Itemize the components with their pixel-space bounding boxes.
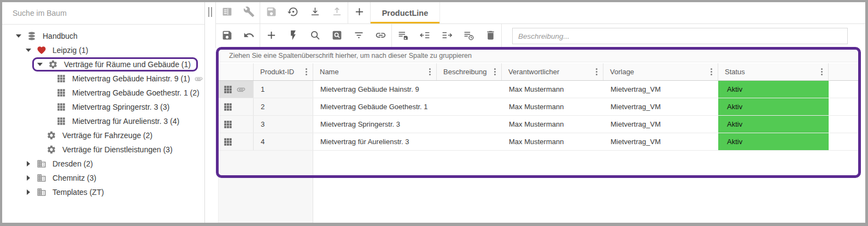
tree-item-vertraege-dienstleistungen[interactable]: Verträge für Dienstleistungen (3) xyxy=(2,142,204,157)
upload-button-disabled[interactable] xyxy=(326,2,348,23)
tab-label: ProductLine xyxy=(382,9,429,17)
layout-history-button[interactable] xyxy=(458,24,479,48)
collapse-arrow-icon[interactable] xyxy=(24,189,33,195)
cell-produkt-id[interactable]: 4 xyxy=(254,133,313,150)
filter-button[interactable] xyxy=(348,24,370,48)
upload-icon xyxy=(331,6,343,20)
cell-beschreibung[interactable] xyxy=(437,116,502,133)
header-vorlage[interactable]: Vorlage xyxy=(603,63,718,80)
cell-status[interactable]: Aktiv xyxy=(718,133,829,150)
tree-search-input[interactable] xyxy=(2,2,204,25)
download-button[interactable] xyxy=(304,2,326,23)
cell-status[interactable]: Aktiv xyxy=(718,116,829,133)
cell-status[interactable]: Aktiv xyxy=(718,98,829,115)
tree-item-mietvertrag-springerstr[interactable]: Mietvertrag Springerstr. 3 (3) xyxy=(2,100,204,114)
description-input[interactable] xyxy=(512,28,848,44)
column-menu-icon[interactable] xyxy=(593,68,600,75)
tree-item-mietvertrag-goethestr[interactable]: Mietvertrag Gebäude Goethestr. 1 (2) xyxy=(2,86,204,100)
add-row-button[interactable] xyxy=(260,24,282,48)
cell-name[interactable]: Mietvertrag Gebäude Goethestr. 1 xyxy=(313,98,437,115)
column-menu-icon[interactable] xyxy=(426,68,433,75)
header-beschreibung[interactable]: Beschreibung xyxy=(437,63,502,80)
table-row[interactable]: 4 Mietvertrag für Aurelienstr. 3 Max Mus… xyxy=(219,133,860,151)
panel-splitter-handle[interactable] xyxy=(208,7,213,17)
properties-panel-button[interactable] xyxy=(216,2,238,23)
table-row[interactable]: 1 Mietvertrag Gebäude Hainstr. 9 Max Mus… xyxy=(219,81,860,98)
add-tab-button[interactable] xyxy=(348,2,370,23)
tree-item-vertraege-fahrzeuge[interactable]: Verträge für Fahrzeuge (2) xyxy=(2,128,204,142)
restore-button[interactable] xyxy=(282,2,304,23)
wrench-icon xyxy=(243,6,255,20)
search-button[interactable] xyxy=(304,24,326,48)
cell-name[interactable]: Mietvertrag für Aurelienstr. 3 xyxy=(313,133,437,150)
tree-item-chemnitz[interactable]: Chemnitz (3) xyxy=(2,171,204,185)
tree-item-templates[interactable]: Templates (ZT) xyxy=(2,185,204,199)
undo-button[interactable] xyxy=(238,24,260,48)
grid-save-button[interactable] xyxy=(216,24,238,48)
tree-item-mietvertrag-aurelienstr[interactable]: Mietvertrag für Aurelienstr. 3 (4) xyxy=(2,114,204,128)
cell-beschreibung[interactable] xyxy=(437,133,502,150)
save-button-disabled[interactable] xyxy=(260,2,282,23)
delete-button[interactable] xyxy=(479,24,501,48)
cell-beschreibung[interactable] xyxy=(437,81,502,98)
table-row[interactable]: 3 Mietvertrag Springerstr. 3 Max Musterm… xyxy=(219,116,860,133)
expand-arrow-icon[interactable] xyxy=(14,34,23,38)
tree-item-handbuch[interactable]: Handbuch xyxy=(2,29,204,43)
expand-arrow-icon[interactable] xyxy=(24,49,33,52)
cell-verantwortlicher[interactable]: Max Mustermann xyxy=(502,116,603,133)
cell-produkt-id[interactable]: 2 xyxy=(254,98,313,115)
lightning-icon xyxy=(288,29,299,43)
header-produkt-id[interactable]: Produkt-ID xyxy=(254,63,313,80)
table-icon xyxy=(223,102,233,112)
cell-vorlage[interactable]: Mietvertrag_VM xyxy=(603,98,718,115)
tree-item-mietvertrag-hainstr[interactable]: Mietvertrag Gebäude Hainstr. 9 (1) xyxy=(2,72,204,86)
flash-action-button[interactable] xyxy=(282,24,304,48)
row-icon-cell[interactable] xyxy=(219,81,254,98)
cell-verantwortlicher[interactable]: Max Mustermann xyxy=(502,81,603,98)
indent-right-button[interactable] xyxy=(436,24,458,48)
tree-item-dresden[interactable]: Dresden (2) xyxy=(2,157,204,171)
settings-wrench-button[interactable] xyxy=(238,2,260,23)
product-data-grid: Ziehen Sie eine Spaltenüberschrift hierh… xyxy=(218,49,860,224)
cell-produkt-id[interactable]: 3 xyxy=(254,116,313,133)
collapse-left-button[interactable] xyxy=(414,24,436,48)
cell-filler xyxy=(829,133,860,150)
cell-vorlage[interactable]: Mietvertrag_VM xyxy=(603,133,718,150)
cell-status[interactable]: Aktiv xyxy=(718,81,829,98)
search-panel-button[interactable] xyxy=(326,24,348,48)
column-menu-icon[interactable] xyxy=(303,68,309,75)
tab-productline[interactable]: ProductLine xyxy=(371,2,440,23)
cell-beschreibung[interactable] xyxy=(437,98,502,115)
table-icon xyxy=(56,102,67,112)
column-menu-icon[interactable] xyxy=(708,68,714,75)
header-name[interactable]: Name xyxy=(313,63,437,80)
cell-vorlage[interactable]: Mietvertrag_VM xyxy=(603,81,718,98)
group-by-panel[interactable]: Ziehen Sie eine Spaltenüberschrift hierh… xyxy=(219,49,860,62)
expand-arrow-icon[interactable] xyxy=(36,63,44,66)
cell-vorlage[interactable]: Mietvertrag_VM xyxy=(603,116,718,133)
column-menu-icon[interactable] xyxy=(818,68,825,75)
cell-name[interactable]: Mietvertrag Springerstr. 3 xyxy=(313,116,437,133)
tree-item-label: Leipzig (1) xyxy=(52,46,88,54)
collapse-arrow-icon[interactable] xyxy=(24,161,33,166)
cell-verantwortlicher[interactable]: Max Mustermann xyxy=(502,133,603,150)
cell-name[interactable]: Mietvertrag Gebäude Hainstr. 9 xyxy=(313,81,437,98)
tree-item-vertraege-raeume-gebaeude[interactable]: Verträge für Räume und Gebäude (1) xyxy=(2,57,204,72)
column-menu-icon[interactable] xyxy=(491,68,498,75)
row-icon-cell[interactable] xyxy=(219,133,254,150)
row-icon-cell[interactable] xyxy=(219,98,254,115)
row-icon-cell[interactable] xyxy=(219,116,254,133)
save-layout-button[interactable] xyxy=(392,24,414,48)
table-row[interactable]: 2 Mietvertrag Gebäude Goethestr. 1 Max M… xyxy=(219,98,860,116)
link-button[interactable] xyxy=(370,24,391,48)
attachment-paperclip-icon xyxy=(237,85,245,94)
attachment-paperclip-icon xyxy=(195,75,203,83)
collapse-arrow-icon[interactable] xyxy=(24,175,33,181)
properties-panel-icon xyxy=(221,6,233,20)
header-status[interactable]: Status xyxy=(718,63,829,80)
cell-produkt-id[interactable]: 1 xyxy=(254,81,313,98)
header-verantwortlicher[interactable]: Verantwortlicher xyxy=(502,63,603,80)
tree-item-leipzig[interactable]: Leipzig (1) xyxy=(2,43,204,57)
table-icon xyxy=(56,73,67,84)
cell-verantwortlicher[interactable]: Max Mustermann xyxy=(502,98,603,115)
